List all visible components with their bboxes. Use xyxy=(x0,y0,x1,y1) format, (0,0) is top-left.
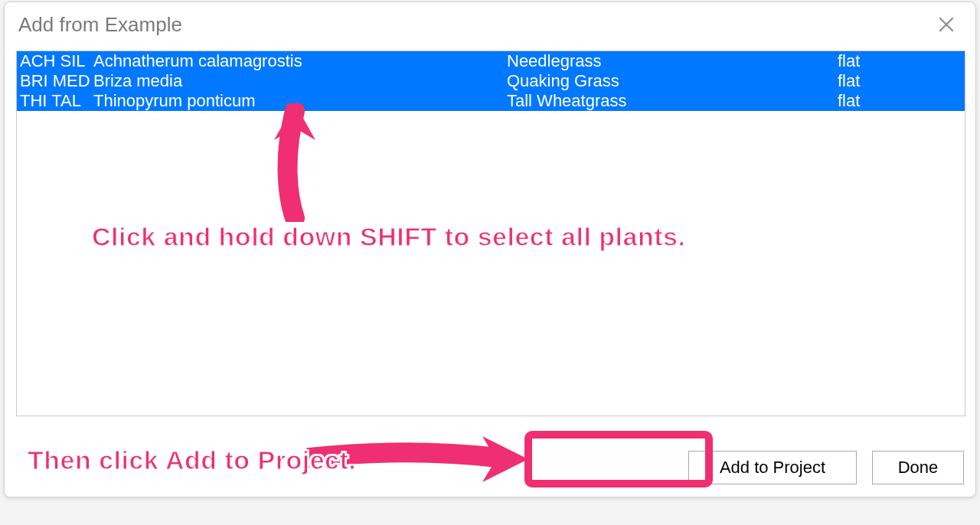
done-button[interactable]: Done xyxy=(872,451,964,484)
cell-latin: Thinopyrum ponticum xyxy=(93,91,507,111)
cell-common: Quaking Grass xyxy=(507,71,838,91)
cell-latin: Achnatherum calamagrostis xyxy=(93,51,507,71)
cell-common: Tall Wheatgrass xyxy=(507,91,838,111)
table-row[interactable]: ACH SIL Achnatherum calamagrostis Needle… xyxy=(17,51,965,71)
cell-type: flat xyxy=(838,91,965,111)
cell-type: flat xyxy=(838,51,965,71)
cell-common: Needlegrass xyxy=(507,51,838,71)
add-to-project-button[interactable]: Add to Project xyxy=(688,451,857,484)
table-row[interactable]: BRI MED Briza media Quaking Grass flat xyxy=(17,71,965,91)
cell-type: flat xyxy=(838,71,965,91)
close-button[interactable] xyxy=(931,9,962,40)
table-row[interactable]: THI TAL Thinopyrum ponticum Tall Wheatgr… xyxy=(17,91,965,111)
dialog-title: Add from Example xyxy=(18,13,182,37)
close-icon xyxy=(939,17,954,32)
plant-list[interactable]: ACH SIL Achnatherum calamagrostis Needle… xyxy=(16,51,965,416)
cell-code: ACH SIL xyxy=(20,51,93,71)
cell-latin: Briza media xyxy=(93,71,507,91)
titlebar: Add from Example xyxy=(5,2,975,47)
cell-code: BRI MED xyxy=(20,71,93,91)
add-from-example-dialog: Add from Example ACH SIL Achnatherum cal… xyxy=(4,2,976,497)
cell-code: THI TAL xyxy=(20,91,93,111)
button-bar: Add to Project Done xyxy=(16,451,964,484)
